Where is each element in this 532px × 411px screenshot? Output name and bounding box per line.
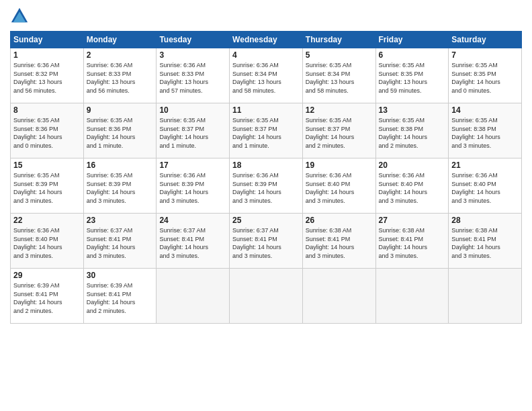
cell-info: Sunrise: 6:36 AM Sunset: 8:40 PM Dayligh… [451,171,519,205]
calendar-cell: 7Sunrise: 6:35 AM Sunset: 8:35 PM Daylig… [449,48,522,103]
cell-info: Sunrise: 6:36 AM Sunset: 8:33 PM Dayligh… [159,61,226,95]
day-number: 28 [451,216,519,225]
cell-info: Sunrise: 6:39 AM Sunset: 8:41 PM Dayligh… [13,281,81,315]
day-number: 14 [451,105,519,115]
cell-info: Sunrise: 6:37 AM Sunset: 8:41 PM Dayligh… [232,226,300,260]
day-number: 13 [379,105,446,115]
cell-info: Sunrise: 6:35 AM Sunset: 8:37 PM Dayligh… [306,116,373,150]
page: SundayMondayTuesdayWednesdayThursdayFrid… [0,0,532,411]
day-number: 21 [451,161,519,170]
weekday-header: Friday [375,32,449,48]
calendar-cell [230,269,303,324]
calendar-cell: 21Sunrise: 6:36 AM Sunset: 8:40 PM Dayli… [449,158,522,214]
calendar-cell: 9Sunrise: 6:35 AM Sunset: 8:36 PM Daylig… [83,103,157,158]
calendar-cell: 19Sunrise: 6:36 AM Sunset: 8:40 PM Dayli… [302,158,375,214]
calendar-cell [157,269,230,324]
calendar-cell: 2Sunrise: 6:36 AM Sunset: 8:33 PM Daylig… [83,48,157,103]
calendar-cell [302,269,375,324]
day-number: 16 [87,161,154,170]
calendar-cell: 11Sunrise: 6:35 AM Sunset: 8:37 PM Dayli… [230,103,303,158]
cell-info: Sunrise: 6:36 AM Sunset: 8:40 PM Dayligh… [306,171,373,205]
calendar-cell: 24Sunrise: 6:37 AM Sunset: 8:41 PM Dayli… [157,214,230,269]
day-number: 19 [306,161,373,170]
cell-info: Sunrise: 6:35 AM Sunset: 8:37 PM Dayligh… [159,116,226,150]
weekday-header: Wednesday [230,32,303,48]
calendar-cell: 4Sunrise: 6:36 AM Sunset: 8:34 PM Daylig… [230,48,303,103]
cell-info: Sunrise: 6:36 AM Sunset: 8:32 PM Dayligh… [13,61,81,95]
day-number: 23 [87,216,154,225]
calendar-week-row: 15Sunrise: 6:35 AM Sunset: 8:39 PM Dayli… [11,158,522,214]
weekday-header: Monday [83,32,157,48]
calendar-cell: 17Sunrise: 6:36 AM Sunset: 8:39 PM Dayli… [157,158,230,214]
weekday-header: Tuesday [157,32,230,48]
cell-info: Sunrise: 6:36 AM Sunset: 8:39 PM Dayligh… [232,171,300,205]
day-number: 25 [232,216,300,225]
cell-info: Sunrise: 6:35 AM Sunset: 8:37 PM Dayligh… [232,116,300,150]
calendar-week-row: 29Sunrise: 6:39 AM Sunset: 8:41 PM Dayli… [11,269,522,324]
calendar-cell: 12Sunrise: 6:35 AM Sunset: 8:37 PM Dayli… [302,103,375,158]
calendar-cell: 1Sunrise: 6:36 AM Sunset: 8:32 PM Daylig… [11,48,84,103]
day-number: 26 [306,216,373,225]
day-number: 30 [87,271,154,280]
day-number: 11 [232,105,300,115]
calendar-cell: 15Sunrise: 6:35 AM Sunset: 8:39 PM Dayli… [11,158,84,214]
calendar-cell: 25Sunrise: 6:37 AM Sunset: 8:41 PM Dayli… [230,214,303,269]
cell-info: Sunrise: 6:35 AM Sunset: 8:36 PM Dayligh… [87,116,154,150]
weekday-header: Thursday [302,32,375,48]
calendar-body: 1Sunrise: 6:36 AM Sunset: 8:32 PM Daylig… [11,48,522,324]
cell-info: Sunrise: 6:36 AM Sunset: 8:39 PM Dayligh… [159,171,226,205]
calendar-week-row: 1Sunrise: 6:36 AM Sunset: 8:32 PM Daylig… [11,48,522,103]
cell-info: Sunrise: 6:36 AM Sunset: 8:33 PM Dayligh… [87,61,154,95]
calendar-cell: 5Sunrise: 6:35 AM Sunset: 8:34 PM Daylig… [302,48,375,103]
cell-info: Sunrise: 6:38 AM Sunset: 8:41 PM Dayligh… [306,226,373,260]
calendar-cell: 8Sunrise: 6:35 AM Sunset: 8:36 PM Daylig… [11,103,84,158]
cell-info: Sunrise: 6:36 AM Sunset: 8:40 PM Dayligh… [13,226,81,260]
day-number: 4 [232,50,300,60]
day-number: 20 [379,161,446,170]
cell-info: Sunrise: 6:36 AM Sunset: 8:40 PM Dayligh… [379,171,446,205]
day-number: 7 [451,50,519,60]
day-number: 12 [306,105,373,115]
day-number: 5 [306,50,373,60]
day-number: 22 [13,216,81,225]
calendar-table: SundayMondayTuesdayWednesdayThursdayFrid… [10,31,522,324]
cell-info: Sunrise: 6:35 AM Sunset: 8:38 PM Dayligh… [451,116,519,150]
cell-info: Sunrise: 6:35 AM Sunset: 8:38 PM Dayligh… [379,116,446,150]
calendar-week-row: 8Sunrise: 6:35 AM Sunset: 8:36 PM Daylig… [11,103,522,158]
calendar-cell: 30Sunrise: 6:39 AM Sunset: 8:41 PM Dayli… [83,269,157,324]
day-number: 9 [87,105,154,115]
calendar-cell: 16Sunrise: 6:35 AM Sunset: 8:39 PM Dayli… [83,158,157,214]
calendar-cell: 28Sunrise: 6:38 AM Sunset: 8:41 PM Dayli… [449,214,522,269]
logo-icon [10,7,29,26]
calendar-cell: 10Sunrise: 6:35 AM Sunset: 8:37 PM Dayli… [157,103,230,158]
calendar-cell: 20Sunrise: 6:36 AM Sunset: 8:40 PM Dayli… [375,158,449,214]
day-number: 27 [379,216,446,225]
calendar-cell: 23Sunrise: 6:37 AM Sunset: 8:41 PM Dayli… [83,214,157,269]
cell-info: Sunrise: 6:35 AM Sunset: 8:36 PM Dayligh… [13,116,81,150]
weekday-header: Sunday [11,32,84,48]
cell-info: Sunrise: 6:35 AM Sunset: 8:35 PM Dayligh… [379,61,446,95]
cell-info: Sunrise: 6:38 AM Sunset: 8:41 PM Dayligh… [379,226,446,260]
header [10,7,522,26]
day-number: 15 [13,161,81,170]
calendar-cell [375,269,449,324]
cell-info: Sunrise: 6:35 AM Sunset: 8:39 PM Dayligh… [87,171,154,205]
calendar-cell: 22Sunrise: 6:36 AM Sunset: 8:40 PM Dayli… [11,214,84,269]
cell-info: Sunrise: 6:37 AM Sunset: 8:41 PM Dayligh… [159,226,226,260]
calendar-cell: 13Sunrise: 6:35 AM Sunset: 8:38 PM Dayli… [375,103,449,158]
calendar-week-row: 22Sunrise: 6:36 AM Sunset: 8:40 PM Dayli… [11,214,522,269]
day-number: 24 [159,216,226,225]
calendar-cell: 6Sunrise: 6:35 AM Sunset: 8:35 PM Daylig… [375,48,449,103]
cell-info: Sunrise: 6:35 AM Sunset: 8:35 PM Dayligh… [451,61,519,95]
calendar-cell: 18Sunrise: 6:36 AM Sunset: 8:39 PM Dayli… [230,158,303,214]
calendar-cell: 3Sunrise: 6:36 AM Sunset: 8:33 PM Daylig… [157,48,230,103]
day-number: 18 [232,161,300,170]
day-number: 17 [159,161,226,170]
day-number: 8 [13,105,81,115]
calendar-cell: 27Sunrise: 6:38 AM Sunset: 8:41 PM Dayli… [375,214,449,269]
cell-info: Sunrise: 6:37 AM Sunset: 8:41 PM Dayligh… [87,226,154,260]
cell-info: Sunrise: 6:38 AM Sunset: 8:41 PM Dayligh… [451,226,519,260]
calendar-header-row: SundayMondayTuesdayWednesdayThursdayFrid… [11,32,522,48]
logo [10,7,32,26]
day-number: 10 [159,105,226,115]
